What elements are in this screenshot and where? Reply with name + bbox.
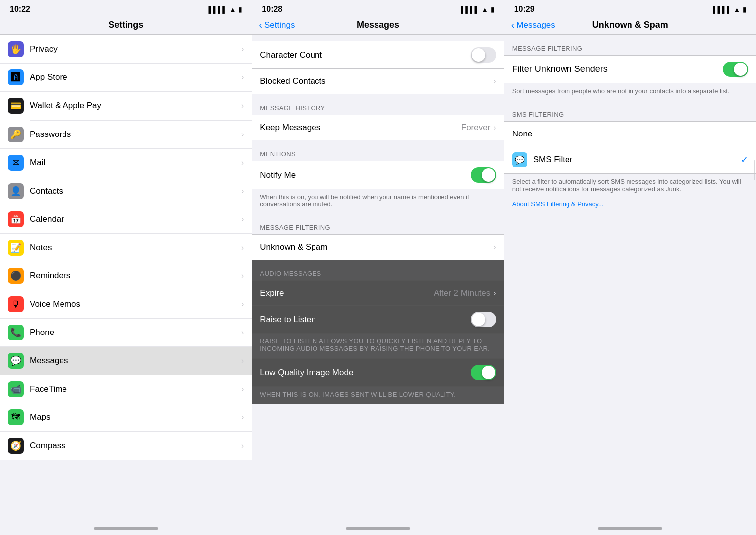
home-bar-3: [598, 527, 662, 530]
list-item-facetime[interactable]: 📹 FaceTime ›: [0, 375, 252, 403]
signal-icon-2: ▌▌▌▌: [461, 6, 479, 13]
calendar-label: Calendar: [30, 214, 241, 224]
list-item-privacy[interactable]: 🖐 Privacy ›: [0, 35, 252, 64]
list-item-none[interactable]: None: [504, 122, 756, 146]
list-item-passwords[interactable]: 🔑 Passwords ›: [0, 121, 252, 149]
reminders-label: Reminders: [30, 271, 241, 281]
calendar-icon: 📅: [8, 211, 24, 227]
home-indicator-3: [504, 521, 756, 535]
list-item-keepmessages[interactable]: Keep Messages Forever ›: [252, 115, 504, 140]
list-item-charcount[interactable]: Character Count: [252, 41, 504, 68]
list-item-contacts[interactable]: 👤 Contacts ›: [0, 177, 252, 205]
raiselisten-desc: Raise to Listen allows you to quickly li…: [252, 334, 504, 358]
home-indicator-1: [0, 521, 252, 535]
phone-icon: 📞: [8, 325, 24, 340]
list-item-notifyme[interactable]: Notify Me: [252, 161, 504, 189]
home-indicator-2: [252, 521, 504, 535]
battery-icon-3: ▮: [743, 6, 746, 13]
section-filtering-3: MESSAGE FILTERING: [504, 35, 756, 55]
nav-title-1: Settings: [108, 20, 143, 30]
section-sms: SMS FILTERING: [504, 101, 756, 121]
phone-label: Phone: [30, 328, 241, 337]
mail-label: Mail: [30, 158, 241, 168]
status-bar-1: 10:22 ▌▌▌▌ ▲ ▮: [0, 0, 252, 17]
list-item-smsfilter[interactable]: 💬 SMS Filter ✓: [504, 146, 756, 173]
expire-label: Expire: [260, 288, 434, 298]
charcount-toggle[interactable]: [471, 47, 496, 63]
panel-settings: 10:22 ▌▌▌▌ ▲ ▮ Settings 🖐 Privacy › 🅰 Ap…: [0, 0, 252, 535]
reminders-chevron: ›: [241, 271, 244, 280]
list-item-blocked[interactable]: Blocked Contacts ›: [252, 69, 504, 94]
back-chevron-3: ‹: [511, 19, 515, 31]
lowquality-desc: When this is on, images sent will be low…: [252, 387, 504, 404]
time-3: 10:29: [514, 5, 535, 14]
home-bar-1: [94, 527, 158, 530]
messages-scroll[interactable]: Character Count Blocked Contacts › MESSA…: [252, 35, 504, 535]
list-item-compass[interactable]: 🧭 Compass ›: [0, 432, 252, 460]
filtering-section: Unknown & Spam ›: [252, 234, 504, 260]
list-item-messages[interactable]: 💬 Messages ›: [0, 347, 252, 375]
mail-chevron: ›: [241, 158, 244, 167]
panel-unknownspam: 10:29 ▌▌▌▌ ▲ ▮ ‹ Messages Unknown & Spam…: [504, 0, 756, 535]
lowquality-label: Low Quality Image Mode: [260, 368, 470, 378]
filterunknown-toggle[interactable]: [723, 62, 748, 77]
expire-value: After 2 Minutes: [434, 288, 490, 298]
notifyme-toggle[interactable]: [471, 167, 496, 183]
smsfilter-icon: 💬: [512, 152, 527, 167]
compass-label: Compass: [30, 441, 241, 451]
list-item-voicememos[interactable]: 🎙 Voice Memos ›: [0, 290, 252, 319]
contacts-label: Contacts: [30, 186, 241, 196]
nav-bar-2: ‹ Settings Messages: [252, 17, 504, 35]
list-item-maps[interactable]: 🗺 Maps ›: [0, 403, 252, 432]
nav-back-3[interactable]: ‹ Messages: [511, 19, 555, 31]
keepmessages-label: Keep Messages: [260, 123, 461, 133]
settings-scroll-1[interactable]: 🖐 Privacy › 🅰 App Store › 💳 Wallet & App…: [0, 35, 252, 535]
list-item-lowquality[interactable]: Low Quality Image Mode: [252, 359, 504, 386]
list-item-filterunknown[interactable]: Filter Unknown Senders: [504, 56, 756, 83]
list-item-notes[interactable]: 📝 Notes ›: [0, 234, 252, 262]
messages-icon: 💬: [8, 353, 24, 369]
maps-chevron: ›: [241, 413, 244, 422]
list-item-appstore[interactable]: 🅰 App Store ›: [0, 64, 252, 92]
section-mentions: MENTIONS: [252, 140, 504, 161]
reminders-icon: ⚫: [8, 268, 24, 284]
list-item-expire[interactable]: Expire After 2 Minutes ›: [252, 281, 504, 306]
contacts-icon: 👤: [8, 183, 24, 199]
mail-icon: ✉: [8, 155, 24, 171]
nav-back-2[interactable]: ‹ Settings: [259, 19, 295, 31]
sms-filtering-section: None 💬 SMS Filter ✓: [504, 121, 756, 174]
unknownspam-scroll[interactable]: MESSAGE FILTERING Filter Unknown Senders…: [504, 35, 756, 535]
time-1: 10:22: [10, 5, 30, 14]
smsfilter-desc: Select a filter to automatically sort SM…: [504, 174, 756, 199]
list-item-wallet[interactable]: 💳 Wallet & Apple Pay ›: [0, 92, 252, 120]
messages-label: Messages: [30, 356, 241, 366]
messages-chevron: ›: [241, 356, 244, 365]
notes-chevron: ›: [241, 243, 244, 252]
character-count-section: Character Count: [252, 41, 504, 69]
scrollbar-indicator: [754, 160, 755, 180]
appstore-label: App Store: [30, 72, 241, 82]
appstore-chevron: ›: [241, 73, 244, 82]
signal-icon-3: ▌▌▌▌: [713, 6, 731, 13]
list-item-phone[interactable]: 📞 Phone ›: [0, 319, 252, 347]
list-item-calendar[interactable]: 📅 Calendar ›: [0, 205, 252, 234]
passwords-icon: 🔑: [8, 127, 24, 142]
list-item-reminders[interactable]: ⚫ Reminders ›: [0, 262, 252, 290]
smsfilter-link[interactable]: About SMS Filtering & Privacy...: [504, 199, 756, 214]
list-item-unknownspam[interactable]: Unknown & Spam ›: [252, 235, 504, 260]
wifi-icon-3: ▲: [734, 6, 740, 13]
none-label: None: [512, 129, 748, 139]
home-bar-2: [346, 527, 410, 530]
keepmessages-chevron: ›: [493, 123, 496, 132]
charcount-toggle-thumb: [472, 48, 485, 62]
lowquality-toggle[interactable]: [471, 365, 496, 380]
list-item-mail[interactable]: ✉ Mail ›: [0, 149, 252, 177]
settings-list-1: 🖐 Privacy › 🅰 App Store › 💳 Wallet & App…: [0, 35, 252, 460]
keepmessages-value: Forever: [461, 123, 491, 133]
raiselisten-toggle[interactable]: [471, 312, 496, 327]
section-filtering-2: MESSAGE FILTERING: [252, 214, 504, 234]
notes-icon: 📝: [8, 240, 24, 256]
list-item-raiselisten[interactable]: Raise to Listen: [252, 306, 504, 333]
status-bar-3: 10:29 ▌▌▌▌ ▲ ▮: [504, 0, 756, 17]
lowquality-section: Low Quality Image Mode: [252, 358, 504, 387]
